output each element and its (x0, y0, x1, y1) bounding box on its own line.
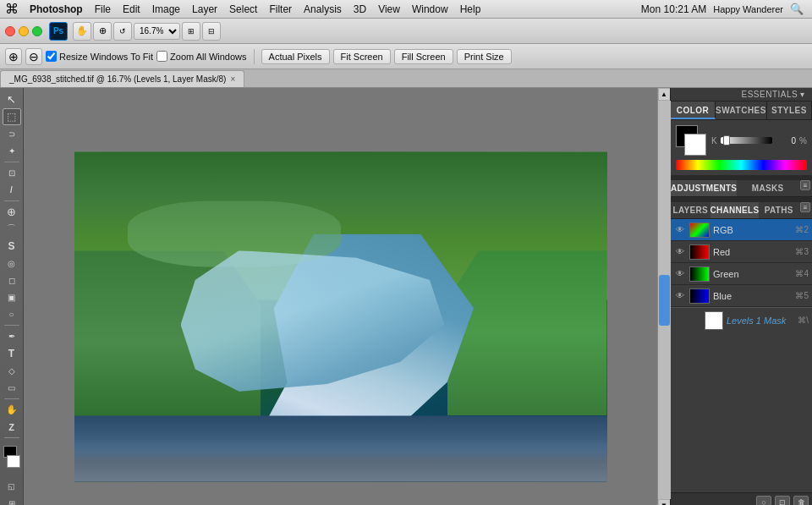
screen-mode-btn[interactable]: ⊞ (3, 496, 21, 505)
mask-shortcut: ⌘\ (798, 316, 809, 325)
tab-adjustments[interactable]: ADJUSTMENTS (671, 180, 737, 196)
load-channel-btn[interactable]: ⊡ (775, 496, 790, 505)
close-window-btn[interactable] (5, 26, 15, 36)
image-menu[interactable]: Image (146, 2, 186, 17)
scroll-up-arrow[interactable]: ▲ (658, 88, 671, 101)
tab-styles[interactable]: STYLES (767, 102, 812, 119)
channel-thumb-green (689, 266, 710, 282)
channel-eye-blue[interactable]: 👁 (674, 290, 686, 302)
app-name-menu[interactable]: Photoshop (24, 2, 89, 17)
k-slider-row: K 0 % (711, 136, 807, 145)
tab-swatches[interactable]: SWATCHES (716, 102, 767, 119)
print-size-btn[interactable]: Print Size (457, 49, 512, 64)
background-swatch[interactable] (684, 134, 706, 156)
gradient-tool[interactable]: ▣ (3, 289, 21, 305)
analysis-menu[interactable]: Analysis (298, 2, 348, 17)
k-slider-thumb[interactable] (723, 135, 730, 145)
ps-icon: Ps (49, 22, 68, 41)
essentials-label[interactable]: ESSENTIALS ▾ (742, 90, 805, 99)
minimize-window-btn[interactable] (19, 26, 29, 36)
zoom-select[interactable]: 16.7%25%50%100% (134, 23, 180, 40)
spectrum-bar[interactable] (676, 160, 807, 170)
zoom-out-btn[interactable]: ⊖ (25, 48, 42, 65)
select-menu[interactable]: Select (223, 2, 263, 17)
delete-channel-btn[interactable]: 🗑 (793, 496, 809, 505)
k-value[interactable]: 0 (776, 136, 796, 145)
channel-row-green[interactable]: 👁 Green ⌘4 (671, 263, 812, 285)
path-select-tool[interactable]: ◇ (3, 363, 21, 379)
window-menu[interactable]: Window (406, 2, 454, 17)
history-brush-tool[interactable]: ◎ (3, 255, 21, 272)
fill-screen-btn[interactable]: Fill Screen (394, 49, 453, 64)
channel-eye-red[interactable]: 👁 (674, 246, 686, 258)
tab-color[interactable]: COLOR (671, 102, 716, 119)
quick-mask-btn[interactable]: ◱ (3, 479, 21, 495)
doc-tab-close[interactable]: × (230, 74, 235, 84)
channel-eye-rgb[interactable]: 👁 (674, 224, 686, 236)
scroll-down-arrow[interactable]: ▼ (658, 499, 671, 505)
heal-tool[interactable]: ⊕ (3, 204, 21, 220)
hand-tool[interactable]: ✋ (3, 402, 21, 418)
tab-channels[interactable]: CHANNELS (710, 202, 760, 218)
zoom-in-btn[interactable]: ⊕ (5, 48, 22, 65)
color-panel-tabs: COLOR SWATCHES STYLES (671, 102, 812, 120)
apple-menu[interactable]: ⌘ (5, 1, 19, 17)
lasso-tool[interactable]: ⊃ (3, 126, 21, 142)
eyedropper-tool[interactable]: / (3, 182, 21, 198)
channel-row-rgb[interactable]: 👁 RGB ⌘2 (671, 219, 812, 241)
tab-masks[interactable]: MASKS (737, 180, 798, 196)
new-channel-btn[interactable]: ○ (756, 496, 771, 505)
marquee-tool[interactable]: ⬚ (3, 108, 21, 124)
k-label: K (711, 136, 717, 145)
move-tool[interactable]: ↖ (3, 91, 21, 107)
channel-shortcut-rgb: ⌘2 (795, 225, 809, 234)
view-menu[interactable]: View (372, 2, 406, 17)
color-panel-content: K 0 % (671, 120, 812, 175)
edit-menu[interactable]: Edit (117, 2, 146, 17)
file-menu[interactable]: File (89, 2, 117, 17)
dodge-tool[interactable]: ○ (3, 306, 21, 322)
adj-panel-menu[interactable]: ≡ (800, 180, 810, 190)
zoom-tool[interactable]: Z (3, 419, 21, 435)
nav-btn[interactable]: ⊞ (182, 22, 200, 41)
handtool-btn[interactable]: ✋ (73, 22, 91, 41)
k-slider[interactable] (721, 137, 772, 144)
channel-row-red[interactable]: 👁 Red ⌘3 (671, 241, 812, 263)
vertical-scrollbar[interactable]: ▲ ▼ (657, 88, 670, 505)
clone-tool[interactable]: S (3, 239, 21, 255)
3d-menu[interactable]: 3D (348, 2, 372, 17)
fit-screen-btn[interactable]: Fit Screen (333, 49, 391, 64)
levels-mask-row[interactable]: Levels 1 Mask ⌘\ (671, 307, 812, 332)
layers-panel-menu[interactable]: ≡ (800, 202, 810, 212)
pen-tool[interactable]: ✒ (3, 328, 21, 344)
layer-menu[interactable]: Layer (186, 2, 223, 17)
tab-layers[interactable]: LAYERS (671, 202, 710, 218)
scroll-thumb-vertical[interactable] (659, 275, 670, 326)
maximize-window-btn[interactable] (32, 26, 42, 36)
zoom-all-label[interactable]: Zoom All Windows (156, 51, 246, 62)
channel-row-blue[interactable]: 👁 Blue ⌘5 (671, 285, 812, 307)
doc-tab[interactable]: _MG_6938_stitched.tif @ 16.7% (Levels 1,… (0, 70, 244, 87)
actual-pixels-btn[interactable]: Actual Pixels (261, 49, 330, 64)
background-color-swatch[interactable] (7, 455, 20, 467)
tab-paths[interactable]: PATHS (759, 202, 798, 218)
scene-grass-right (447, 250, 607, 415)
filter-menu[interactable]: Filter (263, 2, 298, 17)
scroll-track-vertical[interactable] (658, 101, 671, 499)
magic-wand-tool[interactable]: ✦ (3, 143, 21, 159)
zoombtn[interactable]: ⊕ (93, 22, 112, 41)
resize-windows-checkbox[interactable] (46, 51, 57, 62)
brush-tool[interactable]: ⌒ (3, 221, 21, 237)
channel-eye-green[interactable]: 👁 (674, 268, 686, 280)
eraser-tool[interactable]: ◻ (3, 272, 21, 288)
help-menu[interactable]: Help (454, 2, 487, 17)
resize-windows-label[interactable]: Resize Windows To Fit (46, 51, 153, 62)
zoom-all-checkbox[interactable] (156, 51, 167, 62)
arrange-btn[interactable]: ⊟ (202, 22, 221, 41)
shape-tool[interactable]: ▭ (3, 380, 21, 396)
rotate-btn[interactable]: ↺ (113, 22, 132, 41)
search-icon[interactable]: 🔍 (790, 3, 804, 15)
type-tool[interactable]: T (3, 346, 21, 362)
mask-thumb (705, 311, 723, 330)
crop-tool[interactable]: ⊡ (3, 165, 21, 181)
